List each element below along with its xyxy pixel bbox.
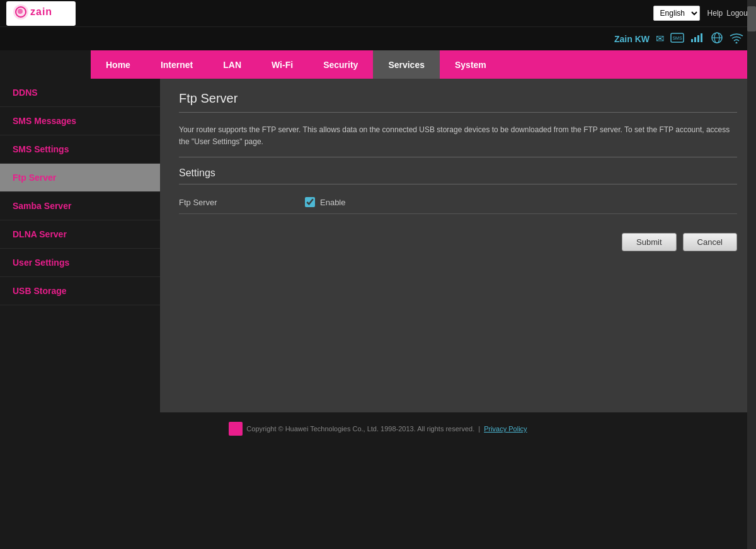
logout-link[interactable]: Logout	[726, 9, 750, 18]
nav-internet[interactable]: Internet	[146, 50, 208, 79]
settings-section-title: Settings	[179, 167, 737, 184]
language-select[interactable]: English Arabic	[653, 6, 700, 21]
button-row: Submit Cancel	[179, 233, 737, 251]
main-layout: DDNS SMS Messages SMS Settings Ftp Serve…	[0, 79, 756, 412]
sms-icon: SMS	[670, 33, 684, 45]
mail-icon: ✉	[656, 33, 664, 45]
sidebar-item-sms-messages[interactable]: SMS Messages	[0, 107, 160, 135]
sidebar-item-samba-server[interactable]: Samba Server	[0, 192, 160, 220]
sidebar-item-usb-storage[interactable]: USB Storage	[0, 277, 160, 305]
globe-icon	[711, 31, 723, 47]
sidebar-item-dlna-server[interactable]: DLNA Server	[0, 220, 160, 249]
ftp-server-row: Ftp Server Enable	[179, 191, 737, 214]
enable-label: Enable	[320, 198, 345, 207]
sidebar-item-user-settings[interactable]: User Settings	[0, 249, 160, 277]
footer-separator: |	[478, 425, 480, 433]
svg-rect-7	[694, 37, 696, 42]
content-area: Ftp Server Your router supports the FTP …	[160, 79, 756, 412]
nav-home[interactable]: Home	[91, 50, 146, 79]
nav-security[interactable]: Security	[308, 50, 373, 79]
nav-wifi[interactable]: Wi-Fi	[256, 50, 308, 79]
page-title: Ftp Server	[179, 91, 737, 113]
nav-lan[interactable]: LAN	[208, 50, 256, 79]
top-bar: zain English Arabic Help Logout	[0, 0, 756, 26]
svg-point-3	[18, 9, 23, 14]
footer: Copyright © Huawei Technologies Co., Ltd…	[0, 412, 756, 445]
logo-text: zain	[13, 4, 69, 23]
sidebar-item-ddns[interactable]: DDNS	[0, 79, 160, 107]
ftp-enable-control: Enable	[305, 197, 345, 207]
sidebar-item-sms-settings[interactable]: SMS Settings	[0, 135, 160, 164]
sidebar: DDNS SMS Messages SMS Settings Ftp Serve…	[0, 79, 160, 412]
sidebar-item-ftp-server[interactable]: Ftp Server	[0, 164, 160, 192]
ftp-enable-checkbox[interactable]	[305, 197, 315, 207]
help-link[interactable]: Help	[707, 9, 723, 18]
svg-text:SMS: SMS	[672, 36, 682, 40]
footer-copyright: Copyright © Huawei Technologies Co., Ltd…	[246, 425, 474, 433]
signal-icon	[690, 33, 704, 45]
submit-button[interactable]: Submit	[622, 233, 676, 251]
nav-bar: Home Internet LAN Wi-Fi Security Service…	[91, 50, 756, 79]
help-logout-area: Help Logout	[707, 9, 750, 18]
svg-text:zain: zain	[30, 6, 52, 17]
scrollbar-thumb[interactable]	[747, 6, 756, 31]
description-text: Your router supports the FTP server. Thi…	[179, 124, 737, 157]
nav-services[interactable]: Services	[373, 50, 440, 79]
svg-rect-6	[691, 39, 693, 42]
status-bar: Zain KW ✉ SMS	[0, 26, 756, 50]
svg-rect-8	[697, 35, 699, 42]
nav-system[interactable]: System	[440, 50, 501, 79]
wifi-icon	[730, 32, 743, 46]
svg-rect-9	[701, 33, 702, 42]
brand-name-label: Zain KW	[614, 34, 650, 44]
cancel-button[interactable]: Cancel	[683, 233, 737, 251]
scrollbar[interactable]	[747, 0, 756, 549]
logo: zain	[6, 1, 76, 26]
svg-point-13	[736, 42, 738, 43]
ftp-server-label: Ftp Server	[179, 198, 305, 207]
footer-logo	[229, 422, 243, 436]
privacy-policy-link[interactable]: Privacy Policy	[484, 425, 527, 433]
top-right-controls: English Arabic Help Logout	[653, 6, 750, 21]
